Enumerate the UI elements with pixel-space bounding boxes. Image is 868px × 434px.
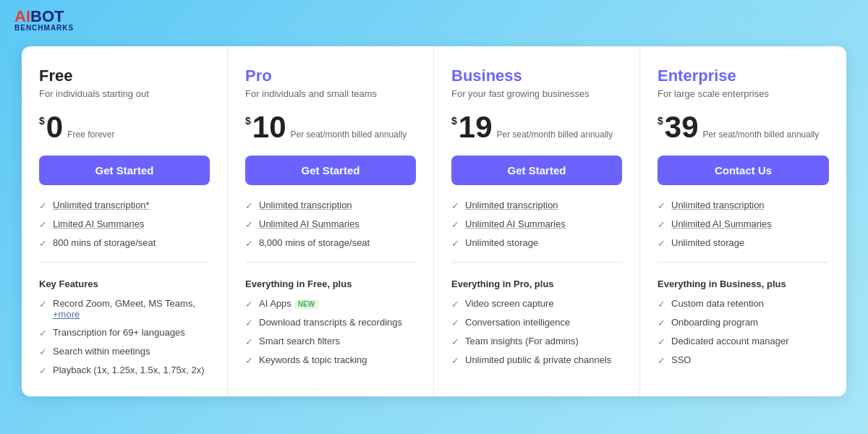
feature-item: ✓Unlimited transcription [451,200,622,211]
check-icon: ✓ [658,355,665,366]
cta-button-free[interactable]: Get Started [39,156,210,185]
feature-text: Custom data retention [671,298,764,309]
logo-ai: AI [14,7,30,25]
key-feature-item: ✓Search within meetings [39,346,210,357]
price-dollar-enterprise: $ [658,115,663,127]
feature-text: Playback (1x, 1.25x, 1.5x, 1.75x, 2x) [53,365,205,375]
feature-text: Keywords & topic tracking [259,354,367,365]
feature-item: ✓Unlimited storage [451,237,622,249]
price-dollar-business: $ [451,115,457,127]
key-feature-item: ✓Conversation intelligence [451,317,622,328]
cta-button-enterprise[interactable]: Contact Us [658,156,829,185]
plan-tagline-business: For your fast growing businesses [451,88,622,99]
logo-text: AIBOT [14,9,74,25]
check-icon: ✓ [451,318,459,328]
feature-text: Search within meetings [53,346,150,357]
price-amount-pro: 10 [252,112,286,142]
feature-text: Unlimited transcription [259,200,352,210]
logo-bot: BOT [30,7,64,25]
core-features-pro: ✓Unlimited transcription✓Unlimited AI Su… [245,200,416,263]
plan-tagline-pro: For individuals and small teams [245,88,416,99]
price-dollar-free: $ [39,115,45,127]
check-icon: ✓ [39,365,47,376]
key-feature-item: ✓Download transcripts & recordings [245,317,416,328]
check-icon: ✓ [39,346,47,357]
feature-text: Unlimited storage [465,237,538,248]
extra-features-free: ✓Record Zoom, GMeet, MS Teams, +more✓Tra… [39,298,210,376]
feature-text: Unlimited AI Summaries [465,218,566,229]
price-desc-business: Per seat/month billed annually [497,129,613,141]
check-icon: ✓ [39,299,47,310]
feature-text: Unlimited transcription* [53,200,150,210]
feature-text: Onboarding program [671,317,758,328]
check-icon: ✓ [451,200,459,211]
plan-card-pro: ProFor individuals and small teams$10Per… [228,46,434,396]
feature-text: Conversation intelligence [465,317,570,328]
check-icon: ✓ [39,328,47,339]
feature-text: 800 mins of storage/seat [53,237,156,248]
price-desc-enterprise: Per seat/month billed annually [703,129,820,141]
check-icon: ✓ [245,200,253,211]
feature-item: ✓800 mins of storage/seat [39,237,210,249]
feature-item: ✓Unlimited transcription [658,200,829,211]
check-icon: ✓ [451,238,459,249]
check-icon: ✓ [39,238,47,249]
plan-card-enterprise: EnterpriseFor large scale enterprises$39… [640,46,846,396]
key-feature-item: ✓Unlimited public & private channels [451,354,622,366]
feature-text: SSO [671,354,691,365]
extra-features-enterprise: ✓Custom data retention✓Onboarding progra… [658,298,829,366]
new-badge: NEW [294,299,318,309]
extra-features-business: ✓Video screen capture✓Conversation intel… [451,298,622,366]
header: AIBOT BENCHMARKS [0,0,868,41]
check-icon: ✓ [658,219,665,230]
key-feature-item: ✓SSO [658,354,829,366]
key-feature-item: ✓Playback (1x, 1.25x, 1.5x, 1.75x, 2x) [39,365,210,376]
feature-text: AI AppsNEW [259,298,318,309]
section-header-business: Everything in Pro, plus [451,278,622,289]
key-feature-item: ✓Video screen capture [451,298,622,310]
check-icon: ✓ [245,299,253,310]
plan-name-business: Business [451,67,622,85]
feature-text: Unlimited storage [671,237,744,248]
feature-text: Dedicated account manager [671,336,789,346]
feature-text: Download transcripts & recordings [259,317,402,328]
feature-text: 8,000 mins of storage/seat [259,237,370,248]
feature-text: Unlimited public & private channels [465,354,611,365]
more-link[interactable]: +more [53,309,80,320]
plan-card-business: BusinessFor your fast growing businesses… [434,46,640,396]
cta-button-business[interactable]: Get Started [451,156,622,185]
logo: AIBOT BENCHMARKS [14,9,74,32]
feature-text: Team insights (For admins) [465,336,579,346]
feature-item: ✓Unlimited storage [658,237,829,249]
check-icon: ✓ [245,318,253,328]
section-header-free: Key Features [39,278,210,289]
section-header-pro: Everything in Free, plus [245,278,416,289]
core-features-enterprise: ✓Unlimited transcription✓Unlimited AI Su… [658,200,829,263]
key-feature-item: ✓Record Zoom, GMeet, MS Teams, +more [39,298,210,320]
key-feature-item: ✓Smart search filters [245,336,416,347]
plan-tagline-enterprise: For large scale enterprises [658,88,829,99]
feature-item: ✓Unlimited transcription* [39,200,210,211]
cta-button-pro[interactable]: Get Started [245,156,416,185]
price-amount-free: 0 [46,112,63,142]
check-icon: ✓ [658,336,665,347]
check-icon: ✓ [658,299,665,310]
core-features-free: ✓Unlimited transcription*✓Limited AI Sum… [39,200,210,263]
price-row-business: $19Per seat/month billed annually [451,112,622,142]
check-icon: ✓ [658,200,665,211]
feature-text: Record Zoom, GMeet, MS Teams, +more [53,298,210,320]
check-icon: ✓ [245,336,253,347]
price-desc-free: Free forever [67,129,114,141]
check-icon: ✓ [245,219,253,230]
plan-card-free: FreeFor individuals starting out$0Free f… [22,46,228,396]
check-icon: ✓ [245,238,253,249]
key-feature-item: ✓Dedicated account manager [658,336,829,347]
feature-item: ✓Unlimited AI Summaries [245,218,416,230]
pricing-table: FreeFor individuals starting out$0Free f… [22,46,846,396]
feature-item: ✓Unlimited AI Summaries [658,218,829,230]
price-amount-business: 19 [459,112,493,142]
check-icon: ✓ [451,355,459,366]
key-feature-item: ✓AI AppsNEW [245,298,416,310]
plan-name-free: Free [39,67,210,85]
check-icon: ✓ [451,219,459,230]
